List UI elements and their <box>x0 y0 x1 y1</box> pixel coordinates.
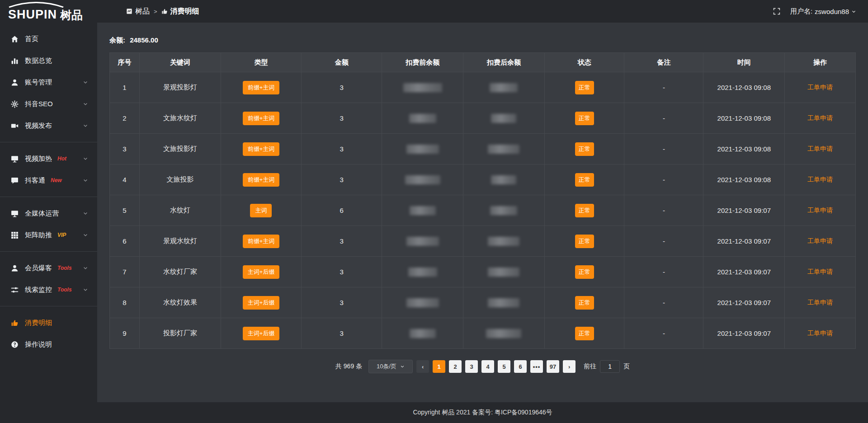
logo-arc-icon <box>7 2 65 8</box>
cell-type: 主词+后缀 <box>221 287 301 318</box>
work-order-link[interactable]: 工单申请 <box>807 84 833 91</box>
page-size-select[interactable]: 10条/页 <box>368 360 413 373</box>
balance-label: 余额: <box>109 36 125 44</box>
page-more-button[interactable]: ••• <box>530 360 543 373</box>
sidebar-item-视频发布[interactable]: 视频发布 <box>0 115 97 136</box>
page-button-3[interactable]: 3 <box>465 360 478 373</box>
cell-action: 工单申请 <box>785 164 856 195</box>
cell-balance-after <box>463 257 545 287</box>
work-order-link[interactable]: 工单申请 <box>807 176 833 183</box>
sidebar-item-label: 矩阵助推 <box>25 231 52 240</box>
page-button-6[interactable]: 6 <box>514 360 527 373</box>
column-header-操作: 操作 <box>785 53 856 72</box>
cell-status: 正常 <box>544 134 624 164</box>
work-order-link[interactable]: 工单申请 <box>807 268 833 275</box>
next-page-button[interactable]: › <box>563 360 576 373</box>
breadcrumb-label: 树品 <box>135 7 150 16</box>
column-header-状态: 状态 <box>544 53 624 72</box>
cell-status: 正常 <box>544 318 624 349</box>
cell-time: 2021-12-03 09:08 <box>703 103 785 134</box>
user-menu[interactable]: 用户名: zswodun88 <box>790 7 856 16</box>
page-button-2[interactable]: 2 <box>449 360 462 373</box>
dashboard-icon <box>126 8 132 14</box>
cell-type: 主词 <box>221 195 301 226</box>
cell-action: 工单申请 <box>785 226 856 257</box>
cell-remark: - <box>624 226 703 257</box>
display-icon <box>11 155 19 163</box>
work-order-link[interactable]: 工单申请 <box>807 207 833 214</box>
cell-action: 工单申请 <box>785 195 856 226</box>
type-badge: 前缀+主词 <box>243 235 280 248</box>
cell-keyword: 文旅水纹灯 <box>140 103 221 134</box>
masked-balance-after <box>488 268 519 277</box>
goto-page-input[interactable] <box>600 360 620 373</box>
sidebar-item-全媒体运营[interactable]: 全媒体运营 <box>0 202 97 224</box>
chevron-down-icon <box>851 8 856 15</box>
page-button-5[interactable]: 5 <box>498 360 510 373</box>
sidebar-item-会员爆客[interactable]: 会员爆客Tools <box>0 257 97 279</box>
cell-balance-after <box>463 72 545 103</box>
sidebar-item-矩阵助推[interactable]: 矩阵助推VIP <box>0 224 97 246</box>
cell-balance-after <box>463 226 545 257</box>
chevron-down-icon <box>83 156 88 161</box>
sidebar-item-label: 抖音SEO <box>25 100 53 108</box>
app-root: SHUPIN 树品 首页数据总览账号管理抖音SEO视频发布视频加热Hot抖客通N… <box>0 0 868 423</box>
sidebar-item-视频加热[interactable]: 视频加热Hot <box>0 148 97 169</box>
cell-balance-before <box>382 287 463 318</box>
work-order-link[interactable]: 工单申请 <box>807 114 833 122</box>
monitor-icon <box>11 210 19 217</box>
cell-time: 2021-12-03 09:07 <box>703 195 785 226</box>
comment-icon <box>11 177 19 184</box>
breadcrumb-item-消费明细[interactable]: 消费明细 <box>161 7 199 16</box>
cell-seq: 8 <box>110 287 140 318</box>
column-header-时间: 时间 <box>703 53 785 72</box>
cell-remark: - <box>624 287 703 318</box>
sidebar-item-账号管理[interactable]: 账号管理 <box>0 71 97 93</box>
sidebar-divider <box>0 142 97 142</box>
goto-label: 前往 <box>584 362 596 371</box>
cell-keyword: 文旅投影 <box>140 164 221 195</box>
sidebar-item-首页[interactable]: 首页 <box>0 28 97 50</box>
sidebar-item-label: 全媒体运营 <box>25 209 59 218</box>
chevron-down-icon <box>83 232 88 238</box>
masked-balance-after <box>486 329 521 338</box>
cell-keyword: 景观水纹灯 <box>140 226 221 257</box>
table-row: 3文旅投影灯前缀+主词3正常-2021-12-03 09:08工单申请 <box>110 134 856 164</box>
grid-icon <box>11 231 19 239</box>
work-order-link[interactable]: 工单申请 <box>807 145 833 152</box>
sidebar-item-抖音SEO[interactable]: 抖音SEO <box>0 93 97 115</box>
sidebar-item-线索监控[interactable]: 线索监控Tools <box>0 279 97 301</box>
sidebar-item-消费明细[interactable]: 消费明细 <box>0 312 97 334</box>
status-badge: 正常 <box>575 81 594 94</box>
cell-type: 前缀+主词 <box>221 134 301 164</box>
status-badge: 正常 <box>575 142 594 156</box>
username-value: zswodun88 <box>815 8 849 15</box>
column-header-扣费前余额: 扣费前余额 <box>382 53 463 72</box>
cell-action: 工单申请 <box>785 257 856 287</box>
prev-page-button[interactable]: ‹ <box>416 360 429 373</box>
work-order-link[interactable]: 工单申请 <box>807 329 833 337</box>
page-button-4[interactable]: 4 <box>481 360 494 373</box>
cell-action: 工单申请 <box>785 287 856 318</box>
cell-keyword: 水纹灯 <box>140 195 221 226</box>
type-badge: 前缀+主词 <box>243 173 280 187</box>
column-header-备注: 备注 <box>624 53 703 72</box>
sidebar-item-数据总览[interactable]: 数据总览 <box>0 50 97 71</box>
page-button-1[interactable]: 1 <box>433 360 445 373</box>
sidebar-item-抖客通[interactable]: 抖客通New <box>0 169 97 191</box>
sidebar-item-操作说明[interactable]: 操作说明 <box>0 334 97 355</box>
brand-logo: SHUPIN 树品 <box>0 0 97 23</box>
work-order-link[interactable]: 工单申请 <box>807 237 833 244</box>
cell-remark: - <box>624 103 703 134</box>
cell-balance-after <box>463 195 545 226</box>
work-order-link[interactable]: 工单申请 <box>807 299 833 306</box>
masked-balance-before <box>410 329 436 338</box>
type-badge: 前缀+主词 <box>243 112 280 125</box>
cell-amount: 3 <box>302 72 382 103</box>
page-button-97[interactable]: 97 <box>547 360 559 373</box>
column-header-关键词: 关键词 <box>140 53 221 72</box>
main-column: 树品>消费明细 用户名: zswodun88 余额: 24856.00 <box>97 0 868 423</box>
cell-keyword: 景观投影灯 <box>140 72 221 103</box>
fullscreen-icon[interactable] <box>773 8 780 15</box>
breadcrumb-item-树品[interactable]: 树品 <box>126 7 150 16</box>
